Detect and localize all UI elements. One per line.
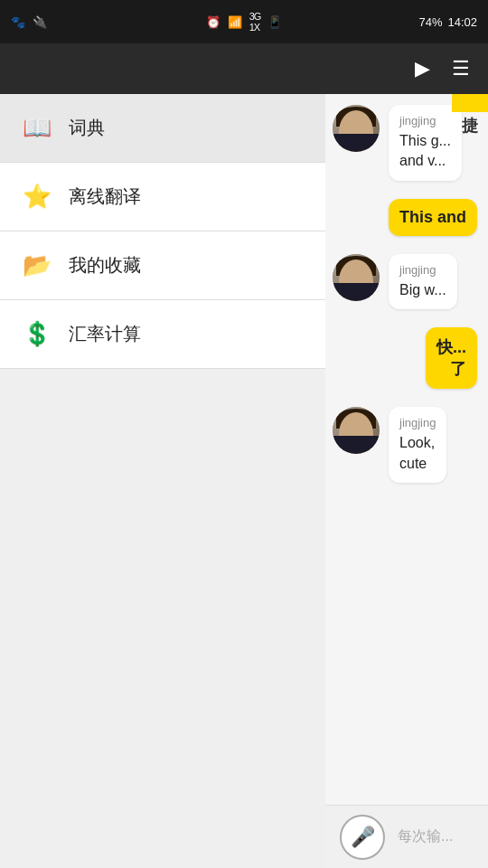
msg-sender-5: jingjing — [399, 416, 436, 429]
msg-text-5: Look,cute — [399, 433, 436, 474]
usb-icon: 🔌 — [33, 15, 47, 29]
msg-bubble-3: jingjing Big w... — [389, 254, 457, 309]
sidebar-item-dictionary[interactable]: 📖 词典 — [0, 94, 325, 163]
sidebar-item-offline-translate[interactable]: ⭐ 离线翻译 — [0, 163, 325, 231]
chat-panel: 捷 jingjing This g...and v... — [325, 94, 488, 868]
folder-icon: 📂 — [22, 251, 52, 279]
chat-message-4: 快...了 — [333, 327, 481, 389]
status-left-icons: 🐾 🔌 — [11, 15, 47, 29]
battery-text: 74% — [418, 15, 442, 29]
paw-icon: 🐾 — [11, 15, 25, 29]
nav-bar: ▶ ☰ — [0, 43, 488, 94]
sidebar-item-favorites[interactable]: 📂 我的收藏 — [0, 231, 325, 300]
dictionary-label: 词典 — [69, 116, 105, 140]
mic-button[interactable]: 🎤 — [340, 815, 385, 860]
chat-message-3: jingjing Big w... — [333, 254, 481, 309]
currency-icon: 💲 — [22, 320, 52, 348]
menu-icon[interactable]: ☰ — [452, 57, 470, 80]
chat-message-1: jingjing This g...and v... — [333, 105, 481, 181]
msg-sender-3: jingjing — [399, 263, 446, 277]
sidebar-item-exchange-rate[interactable]: 💲 汇率计算 — [0, 300, 325, 369]
status-right: 74% 14:02 — [418, 15, 477, 29]
dictionary-icon: 📖 — [22, 114, 52, 142]
main-content: 📖 词典 ⭐ 离线翻译 📂 我的收藏 💲 汇率计算 捷 — [0, 94, 488, 868]
chat-message-2: This and — [333, 199, 481, 236]
wifi-icon: 📶 — [228, 15, 242, 29]
chat-messages: jingjing This g...and v... This and — [325, 94, 488, 805]
sim-icon: 📱 — [267, 15, 282, 29]
msg-text-3: Big w... — [399, 280, 446, 300]
avatar-jingjing-2 — [333, 254, 380, 301]
alarm-icon: ⏰ — [206, 15, 221, 29]
msg-text-1: This g...and v... — [399, 131, 451, 172]
status-center-icons: ⏰ 📶 3G1X 📱 — [206, 11, 283, 33]
arrow-icon[interactable]: ▶ — [415, 57, 430, 80]
exchange-rate-label: 汇率计算 — [69, 322, 141, 346]
signal-icon: 3G1X — [249, 11, 261, 33]
mic-icon: 🎤 — [351, 826, 375, 849]
time-text: 14:02 — [447, 15, 477, 29]
yellow-bubble-1: This and — [389, 199, 477, 236]
msg-bubble-5: jingjing Look,cute — [389, 407, 446, 483]
chat-message-5: jingjing Look,cute — [333, 407, 481, 483]
avatar-jingjing-1 — [333, 105, 380, 152]
highlight-top-tag[interactable]: 捷 — [452, 94, 488, 112]
offline-translate-label: 离线翻译 — [69, 184, 141, 209]
status-bar: 🐾 🔌 ⏰ 📶 3G1X 📱 74% 14:02 — [0, 0, 488, 43]
avatar-jingjing-3 — [333, 407, 380, 454]
msg-sender-1: jingjing — [399, 114, 451, 127]
favorites-label: 我的收藏 — [69, 253, 141, 278]
sidebar: 📖 词典 ⭐ 离线翻译 📂 我的收藏 💲 汇率计算 — [0, 94, 325, 868]
bottom-bar: 🎤 每次输... — [325, 805, 488, 868]
star-icon: ⭐ — [22, 183, 52, 211]
yellow-bubble-2: 快...了 — [426, 327, 477, 389]
input-placeholder[interactable]: 每次输... — [398, 827, 474, 846]
msg-bubble-1: jingjing This g...and v... — [389, 105, 462, 181]
